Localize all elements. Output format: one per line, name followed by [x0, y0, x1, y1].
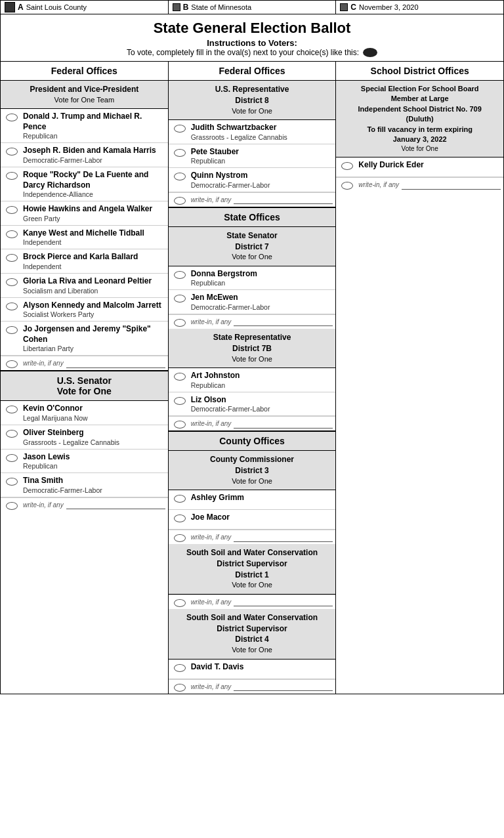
candidate-oval[interactable]: [6, 254, 18, 262]
candidate-row: Brock Pierce and Karla Ballard Independe…: [1, 249, 168, 274]
candidate-name: Roque "Rocky" De La Fuente and Darcy Ric…: [23, 170, 165, 190]
write-in-oval[interactable]: [6, 360, 18, 368]
candidate-party: Grassroots - Legalize Cannabis: [191, 133, 287, 141]
candidate-oval[interactable]: [174, 173, 186, 180]
candidate-party: Libertarian Party: [23, 345, 165, 352]
write-in-line[interactable]: [66, 359, 165, 368]
write-in-row-president: write-in, if any: [1, 356, 168, 370]
candidate-oval[interactable]: [6, 303, 18, 310]
candidate-oval[interactable]: [6, 230, 18, 238]
candidate-party: Republican: [23, 132, 165, 140]
candidate-row: Kelly Durick Eder: [336, 157, 503, 177]
write-in-line[interactable]: [234, 533, 333, 542]
candidate-row: Howie Hawkins and Angela Walker Green Pa…: [1, 201, 168, 226]
write-in-row-county-commissioner: write-in, if any: [169, 530, 336, 544]
candidate-row: Kanye West and Michelle Tidball Independ…: [1, 226, 168, 250]
write-in-line[interactable]: [234, 195, 333, 204]
write-in-oval[interactable]: [6, 502, 18, 510]
write-in-line[interactable]: [234, 597, 333, 606]
candidate-oval[interactable]: [6, 206, 18, 214]
write-in-line[interactable]: [66, 500, 165, 509]
candidate-row: Art Johnston Republican: [169, 368, 336, 392]
write-in-oval[interactable]: [174, 319, 186, 327]
candidate-oval[interactable]: [174, 664, 186, 672]
candidate-row: Pete Stauber Republican: [169, 144, 336, 169]
corner-box-a: [5, 2, 15, 12]
race-header-state-senator: State Senator District 7 Vote for One: [169, 227, 336, 266]
write-in-label: write-in, if any: [191, 683, 232, 690]
county-label: Saint Louis County: [26, 3, 87, 11]
small-box-c: [340, 3, 348, 11]
candidate-oval[interactable]: [174, 495, 186, 503]
col-b-header: Federal Offices: [169, 62, 336, 81]
write-in-oval[interactable]: [174, 534, 186, 542]
write-in-row-school-board: write-in, if any: [336, 177, 503, 192]
candidate-party: Socialist Workers Party: [23, 310, 161, 318]
candidate-oval[interactable]: [174, 149, 186, 157]
candidate-oval[interactable]: [6, 278, 18, 286]
state-label: State of Minnesota: [191, 3, 251, 11]
header-cell-c: C November 3, 2020: [336, 1, 503, 14]
candidate-oval[interactable]: [6, 430, 18, 438]
write-in-row-state-rep: write-in, if any: [169, 416, 336, 430]
candidate-name: Jo Jorgensen and Jeremy "Spike" Cohen: [23, 324, 165, 345]
candidate-oval[interactable]: [174, 125, 186, 133]
write-in-oval[interactable]: [174, 599, 186, 607]
instructions-label: Instructions to Voters:: [3, 38, 501, 48]
candidate-name: Joe Macor: [191, 513, 230, 523]
candidate-party: Socialism and Liberation: [23, 287, 152, 295]
candidate-party: Democratic-Farmer-Labor: [23, 156, 156, 164]
candidate-oval[interactable]: [6, 172, 18, 180]
candidate-row: Oliver Steinberg Grassroots - Legalize C…: [1, 425, 168, 450]
candidate-name: Oliver Steinberg: [23, 428, 119, 438]
candidate-name: Tina Smith: [23, 476, 102, 486]
candidate-oval[interactable]: [6, 478, 18, 486]
candidate-row: Joseph R. Biden and Kamala Harris Democr…: [1, 143, 168, 167]
write-in-row-state-senator: write-in, if any: [169, 314, 336, 329]
candidate-party: Democratic-Farmer-Labor: [191, 303, 270, 311]
candidate-oval[interactable]: [6, 148, 18, 156]
write-in-oval[interactable]: [174, 421, 186, 429]
write-in-oval[interactable]: [174, 197, 186, 205]
candidate-name: David T. Davis: [191, 662, 244, 673]
candidate-row: Jason Lewis Republican: [1, 450, 168, 474]
candidate-oval[interactable]: [174, 295, 186, 303]
candidate-oval[interactable]: [174, 373, 186, 381]
write-in-oval[interactable]: [174, 684, 186, 692]
candidate-oval[interactable]: [6, 326, 18, 334]
write-in-oval[interactable]: [341, 182, 353, 190]
candidate-party: Republican: [191, 157, 239, 165]
write-in-line[interactable]: [234, 419, 333, 429]
write-in-line[interactable]: [402, 180, 501, 190]
candidate-row: Donna Bergstrom Republican: [169, 266, 336, 291]
candidate-name: Donna Bergstrom: [191, 269, 257, 280]
candidate-row: Quinn Nystrom Democratic-Farmer-Labor: [169, 168, 336, 192]
write-in-line[interactable]: [234, 682, 333, 691]
candidate-oval[interactable]: [174, 397, 186, 405]
race-header-soil-water-4: South Soil and Water Conservation Distri…: [169, 609, 336, 660]
candidate-party: Independent: [23, 238, 144, 246]
candidate-party: Legal Marijuana Now: [23, 414, 88, 422]
letter-b: B: [183, 3, 189, 12]
candidate-oval[interactable]: [174, 271, 186, 279]
write-in-row-senator: write-in, if any: [1, 497, 168, 512]
date-label: November 3, 2020: [359, 3, 419, 11]
candidate-oval[interactable]: [174, 514, 186, 522]
candidate-oval[interactable]: [6, 454, 18, 462]
candidate-oval[interactable]: [6, 406, 18, 413]
candidate-name: Judith Schwartzbacker: [191, 123, 287, 133]
candidate-row: Jen McEwen Democratic-Farmer-Labor: [169, 290, 336, 314]
write-in-label: write-in, if any: [191, 318, 232, 325]
write-in-row-us-rep: write-in, if any: [169, 192, 336, 207]
candidate-party: Republican: [191, 381, 240, 389]
candidate-party: Democratic-Farmer-Labor: [191, 405, 270, 413]
candidate-oval[interactable]: [6, 114, 18, 121]
candidate-party: Republican: [191, 279, 257, 287]
write-in-line[interactable]: [234, 317, 333, 326]
candidate-oval[interactable]: [341, 162, 353, 170]
title-section: State General Election Ballot Instructio…: [0, 14, 504, 61]
candidate-party: Republican: [23, 462, 70, 470]
race-header-us-rep: U.S. Representative District 8 Vote for …: [169, 81, 336, 120]
candidate-party: Democratic-Farmer-Labor: [191, 181, 270, 189]
write-in-label: write-in, if any: [23, 501, 64, 509]
